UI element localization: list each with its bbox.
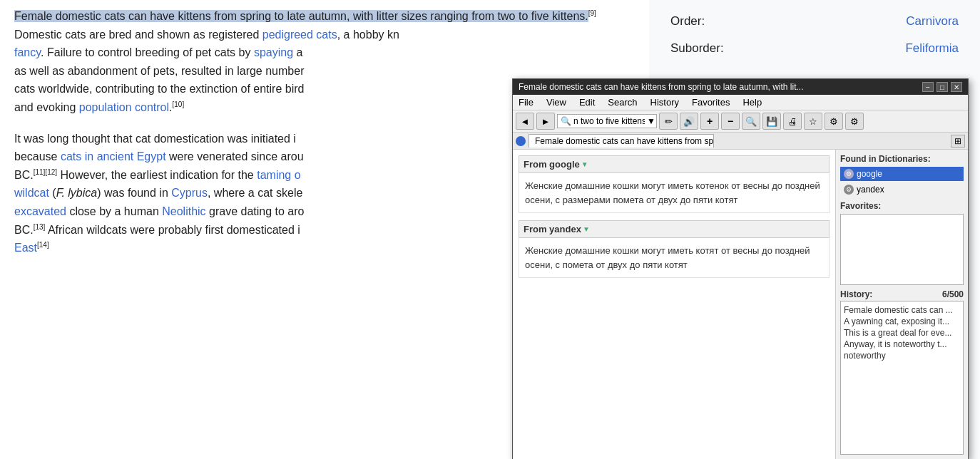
- dropdown-icon[interactable]: ▼: [647, 116, 655, 126]
- link-population-control[interactable]: population control: [79, 101, 169, 113]
- favorites-section: Favorites:: [840, 201, 964, 285]
- found-in-title: Found in Dictionaries:: [840, 154, 964, 164]
- search-icon: 🔍: [561, 116, 571, 126]
- translation-panel: From google ▼ Женские домашние кошки мог…: [513, 150, 836, 459]
- link-pedigreed-cats[interactable]: pedigreed cats: [262, 29, 337, 41]
- popup-menubar: File View Edit Search History Favorites …: [513, 95, 968, 110]
- save-button[interactable]: 💾: [762, 113, 781, 130]
- dict-list: ⚙ google ⚙ yandex: [840, 167, 964, 197]
- menu-view[interactable]: View: [543, 96, 569, 108]
- popup-titlebar-buttons: − □ ✕: [922, 82, 962, 92]
- dict-item-google[interactable]: ⚙ google: [840, 167, 964, 181]
- search-input[interactable]: [573, 116, 645, 126]
- favorites-box: [840, 214, 964, 285]
- taxonomy-row-suborder: Suborder: Feliformia: [670, 41, 959, 56]
- yandex-source-label: From yandex: [524, 224, 581, 234]
- menu-file[interactable]: File: [516, 96, 536, 108]
- tab-favicon: [516, 136, 526, 146]
- search-box[interactable]: 🔍 ▼: [557, 114, 657, 128]
- history-item-2[interactable]: A yawning cat, exposing it...: [844, 316, 960, 327]
- zoom-out-button[interactable]: −: [721, 113, 740, 130]
- taxonomy-order-value: Carnivora: [906, 14, 959, 29]
- popup-tab[interactable]: Female domestic cats can have kittens fr…: [529, 134, 714, 148]
- tab-title: Female domestic cats can have kittens fr…: [535, 136, 714, 146]
- close-button[interactable]: ✕: [951, 82, 962, 92]
- yandex-header[interactable]: From yandex ▼: [519, 220, 830, 238]
- history-item-4[interactable]: Anyway, it is noteworthy t...: [844, 339, 960, 350]
- link-wildcat[interactable]: wildcat: [14, 187, 49, 199]
- taxonomy-row-order: Order: Carnivora: [670, 14, 959, 29]
- new-window-button[interactable]: ⊞: [951, 135, 965, 148]
- popup-tabbar: Female domestic cats can have kittens fr…: [513, 133, 968, 150]
- history-title: History:: [840, 289, 872, 299]
- dict-item-yandex[interactable]: ⚙ yandex: [840, 182, 964, 197]
- link-excavated[interactable]: excavated: [14, 205, 66, 217]
- find-button[interactable]: 🔍: [742, 113, 760, 130]
- dict-sidebar: Found in Dictionaries: ⚙ google ⚙ yandex…: [836, 150, 968, 459]
- restore-button[interactable]: □: [936, 82, 948, 92]
- highlighted-text: Female domestic cats can have kittens fr…: [14, 10, 588, 22]
- history-item-1[interactable]: Female domestic cats can ...: [844, 304, 960, 316]
- yandex-triangle-icon: ▼: [583, 225, 590, 233]
- link-taming[interactable]: taming o: [257, 169, 300, 181]
- yandex-translation: Женские домашние кошки могут иметь котят…: [519, 238, 830, 278]
- history-count: 6/500: [942, 289, 964, 299]
- google-source-label: From google: [524, 159, 580, 170]
- link-cyprus[interactable]: Cyprus: [171, 187, 208, 199]
- settings-button-1[interactable]: ⚙: [825, 113, 843, 130]
- link-spaying[interactable]: spaying: [254, 46, 293, 58]
- link-east[interactable]: East: [14, 242, 37, 254]
- link-neolithic[interactable]: Neolithic: [162, 205, 205, 217]
- history-box: Female domestic cats can ... A yawning c…: [840, 301, 964, 455]
- link-fancy[interactable]: fancy: [14, 46, 41, 58]
- popup-toolbar: ◄ ► 🔍 ▼ ✏ 🔊 + − 🔍 💾 🖨 ☆ ⚙ ⚙: [513, 110, 968, 133]
- menu-edit[interactable]: Edit: [576, 96, 598, 108]
- minimize-button[interactable]: −: [922, 82, 934, 92]
- settings-button-2[interactable]: ⚙: [845, 113, 864, 130]
- taxonomy-suborder-label: Suborder:: [670, 41, 724, 56]
- history-item-5[interactable]: noteworthy: [844, 350, 960, 361]
- taxonomy-order-label: Order:: [670, 14, 705, 29]
- google-triangle-icon: ▼: [581, 160, 588, 168]
- found-in-section: Found in Dictionaries: ⚙ google ⚙ yandex: [840, 154, 964, 197]
- google-translation: Женские домашние кошки могут иметь котен…: [519, 173, 830, 213]
- pencil-button[interactable]: ✏: [659, 113, 678, 130]
- history-item-3[interactable]: This is a great deal for eve...: [844, 327, 960, 339]
- menu-favorites[interactable]: Favorites: [689, 96, 733, 108]
- back-button[interactable]: ◄: [516, 113, 534, 130]
- popup-content: From google ▼ Женские домашние кошки мог…: [513, 150, 968, 459]
- favorites-title: Favorites:: [840, 201, 964, 211]
- google-gear-icon: ⚙: [844, 169, 854, 179]
- link-cats-egypt[interactable]: cats in ancient Egypt: [61, 150, 166, 163]
- yandex-section: From yandex ▼ Женские домашние кошки мог…: [519, 220, 830, 278]
- taxonomy-suborder-value: Feliformia: [905, 41, 959, 56]
- zoom-in-button[interactable]: +: [700, 113, 719, 130]
- popup-titlebar: Female domestic cats can have kittens fr…: [513, 79, 968, 95]
- dict-google-label: google: [857, 169, 882, 179]
- speaker-button[interactable]: 🔊: [680, 113, 698, 130]
- google-header[interactable]: From google ▼: [519, 155, 830, 173]
- popup-window: Female domestic cats can have kittens fr…: [512, 78, 969, 459]
- print-button[interactable]: 🖨: [783, 113, 802, 130]
- menu-history[interactable]: History: [648, 96, 682, 108]
- menu-search[interactable]: Search: [605, 96, 640, 108]
- yandex-gear-icon: ⚙: [844, 185, 854, 195]
- history-section: History: 6/500 Female domestic cats can …: [840, 289, 964, 455]
- popup-title: Female domestic cats can have kittens fr…: [519, 82, 922, 92]
- forward-button[interactable]: ►: [536, 113, 555, 130]
- star-button[interactable]: ☆: [804, 113, 822, 130]
- menu-help[interactable]: Help: [740, 96, 765, 108]
- google-section: From google ▼ Женские домашние кошки мог…: [519, 155, 830, 213]
- dict-yandex-label: yandex: [857, 185, 884, 195]
- history-header: History: 6/500: [840, 289, 964, 299]
